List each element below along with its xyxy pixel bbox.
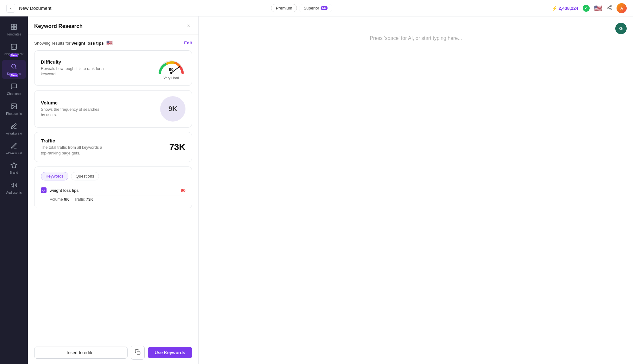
sidebar-item-chatsonic-label: Chatsonic bbox=[7, 92, 21, 96]
back-button[interactable]: ‹ bbox=[6, 4, 15, 13]
editor-placeholder: Press 'space' for AI, or start typing he… bbox=[370, 35, 462, 41]
svg-rect-8 bbox=[14, 27, 16, 29]
volume-info: Volume Shows the frequency of searches b… bbox=[41, 100, 160, 118]
difficulty-title: Difficulty bbox=[41, 59, 157, 65]
svg-marker-18 bbox=[11, 162, 17, 168]
panel-header: Keyword Research × bbox=[28, 16, 198, 35]
sidebar-item-aiwriter50[interactable]: v5 AI Writer 5.0 bbox=[2, 120, 26, 139]
traffic-card: Traffic The total traffic from all keywo… bbox=[34, 132, 192, 162]
results-text: Showing results for weight loss tips 🇺🇸 bbox=[34, 40, 113, 46]
use-keywords-button[interactable]: Use Keywords bbox=[148, 347, 192, 358]
keyword-score: 90 bbox=[181, 188, 185, 193]
main-layout: Templates SEO Optimizer New Keywords New… bbox=[0, 16, 633, 364]
aiwriter40-icon bbox=[10, 142, 17, 150]
sidebar-item-brand-label: Brand bbox=[10, 171, 18, 175]
header-center: Premium Superior 6X bbox=[271, 4, 332, 12]
sidebar-item-photosonic-label: Photosonic bbox=[6, 112, 22, 116]
volume-circle: 9K bbox=[160, 96, 185, 122]
seo-new-badge: New bbox=[9, 53, 19, 57]
svg-point-0 bbox=[610, 5, 611, 7]
keyword-checkbox[interactable] bbox=[41, 187, 47, 193]
svg-text:90: 90 bbox=[169, 67, 173, 72]
copy-button[interactable] bbox=[131, 346, 145, 360]
svg-rect-5 bbox=[11, 24, 14, 27]
difficulty-info: Difficulty Reveals how tough it is to ra… bbox=[41, 59, 157, 77]
seo-icon bbox=[10, 43, 17, 51]
close-button[interactable]: × bbox=[185, 22, 192, 30]
grammarly-button[interactable]: G bbox=[615, 23, 627, 34]
results-keyword: weight loss tips bbox=[72, 41, 104, 46]
svg-point-1 bbox=[607, 7, 609, 8]
panel-title: Keyword Research bbox=[34, 23, 83, 29]
volume-value: 9K bbox=[168, 105, 177, 113]
premium-plan-button[interactable]: Premium bbox=[271, 4, 297, 12]
svg-point-21 bbox=[170, 72, 172, 74]
aiwriter50-icon: v5 bbox=[10, 123, 17, 131]
keywords-new-badge: New bbox=[9, 73, 19, 77]
edit-link[interactable]: Edit bbox=[184, 41, 192, 45]
svg-point-13 bbox=[12, 64, 16, 68]
keywords-icon bbox=[10, 63, 17, 71]
header-right: ⚡ 2,438,224 ✓ 🇺🇸 A bbox=[552, 3, 627, 13]
lightning-icon: ⚡ bbox=[552, 6, 557, 11]
chatsonic-icon bbox=[10, 83, 17, 91]
panel-footer: Insert to editor Use Keywords bbox=[28, 341, 198, 364]
sidebar-item-aiwriter40[interactable]: AI Writer 4.0 bbox=[2, 139, 26, 158]
brand-icon bbox=[10, 162, 17, 170]
credits-display: ⚡ 2,438,224 bbox=[552, 6, 578, 11]
svg-line-4 bbox=[608, 6, 610, 7]
copy-icon bbox=[135, 350, 141, 356]
check-icon bbox=[42, 189, 46, 192]
header-left: ‹ New Document bbox=[6, 4, 52, 13]
keyword-meta: Volume 9K Traffic 73K bbox=[41, 196, 185, 203]
tab-questions[interactable]: Questions bbox=[71, 172, 99, 180]
sidebar-item-chatsonic[interactable]: Chatsonic bbox=[2, 80, 26, 99]
editor-area[interactable]: Press 'space' for AI, or start typing he… bbox=[199, 16, 633, 364]
volume-desc: Shows the frequency of searches by users… bbox=[41, 107, 104, 118]
traffic-desc: The total traffic from all keywords a to… bbox=[41, 145, 104, 156]
keyword-row: weight loss tips 90 bbox=[41, 185, 185, 196]
tabs-row: Keywords Questions bbox=[41, 172, 185, 180]
photosonic-icon bbox=[10, 103, 17, 111]
sidebar: Templates SEO Optimizer New Keywords New… bbox=[0, 16, 28, 364]
sidebar-item-brand[interactable]: Brand bbox=[2, 159, 26, 178]
gauge-svg: 90 bbox=[157, 56, 185, 75]
panel-content: Showing results for weight loss tips 🇺🇸 … bbox=[28, 35, 198, 341]
sidebar-item-templates[interactable]: Templates bbox=[2, 20, 26, 40]
sidebar-item-templates-label: Templates bbox=[7, 33, 21, 36]
svg-line-14 bbox=[15, 68, 16, 69]
svg-point-16 bbox=[12, 105, 13, 106]
credits-value: 2,438,224 bbox=[559, 6, 578, 11]
svg-rect-7 bbox=[11, 27, 14, 29]
sidebar-item-seo[interactable]: SEO Optimizer New bbox=[2, 40, 26, 59]
svg-marker-19 bbox=[11, 183, 14, 187]
volume-meta: Volume 9K bbox=[50, 197, 69, 202]
results-bar: Showing results for weight loss tips 🇺🇸 … bbox=[34, 40, 192, 46]
insert-to-editor-button[interactable]: Insert to editor bbox=[34, 347, 128, 359]
sidebar-item-photosonic[interactable]: Photosonic bbox=[2, 100, 26, 119]
gauge-container: 90 Very Hard bbox=[157, 56, 185, 80]
sidebar-item-keywords[interactable]: Keywords New bbox=[2, 60, 26, 79]
difficulty-label: Very Hard bbox=[164, 76, 179, 80]
traffic-info: Traffic The total traffic from all keywo… bbox=[41, 138, 169, 156]
templates-icon bbox=[10, 23, 17, 31]
verify-icon: ✓ bbox=[583, 5, 590, 12]
traffic-meta: Traffic 73K bbox=[74, 197, 93, 202]
share-icon[interactable] bbox=[606, 5, 612, 12]
superior-plan-button[interactable]: Superior 6X bbox=[299, 4, 332, 12]
traffic-value: 73K bbox=[169, 142, 185, 152]
keywords-card: Keywords Questions weight loss tips 90 bbox=[34, 166, 192, 208]
sidebar-item-audiosonic-label: Audiosonic bbox=[6, 191, 22, 195]
keyword-name: weight loss tips bbox=[50, 188, 178, 193]
tab-keywords[interactable]: Keywords bbox=[41, 172, 68, 180]
svg-point-2 bbox=[610, 9, 611, 10]
sidebar-item-audiosonic[interactable]: Audiosonic bbox=[2, 179, 26, 198]
svg-line-3 bbox=[608, 8, 610, 9]
avatar[interactable]: A bbox=[617, 3, 627, 13]
results-flag: 🇺🇸 bbox=[106, 40, 113, 46]
keyword-research-panel: Keyword Research × Showing results for w… bbox=[28, 16, 199, 364]
traffic-title: Traffic bbox=[41, 138, 169, 143]
audiosonic-icon bbox=[10, 182, 17, 190]
top-header: ‹ New Document Premium Superior 6X ⚡ 2,4… bbox=[0, 0, 633, 16]
difficulty-card: Difficulty Reveals how tough it is to ra… bbox=[34, 50, 192, 86]
